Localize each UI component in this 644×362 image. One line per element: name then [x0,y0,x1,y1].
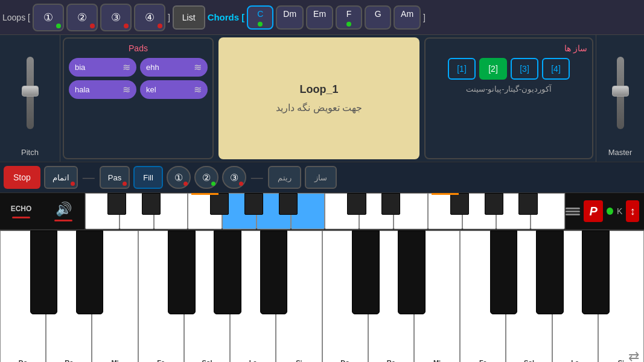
note-label: Mi [415,359,459,362]
vol-section[interactable]: 🔊 [42,193,84,229]
chord-btn-am[interactable]: Am [394,5,421,30]
mini-black-key[interactable] [485,193,503,215]
orange-marker [191,193,218,195]
loop-btn-4[interactable]: ④ [134,4,165,31]
mini-black-key[interactable] [347,193,366,215]
piano-black-key[interactable] [398,230,426,314]
mini-black-key[interactable] [518,193,537,215]
rhythm-button[interactable]: ریتم [268,166,301,189]
p-icon[interactable]: P [584,200,603,222]
piano-black-key[interactable] [490,230,518,314]
saz-panel: ساز ها [1] [2] [3] [4] آکوردیون-گیتار-پی… [424,37,593,159]
middle-section: Pitch Pads bia ≋ ehh ≋ hala ≋ kel ≋ Loop… [0,35,644,162]
piano-black-key[interactable] [582,230,610,314]
mini-black-key[interactable] [210,193,229,215]
piano-black-key[interactable] [260,230,288,314]
chord-btn-f[interactable]: F [336,5,362,30]
master-slider-container [617,40,624,145]
chord-btn-em[interactable]: Em [306,5,333,30]
piano-black-key[interactable] [536,230,564,314]
piano-black-key[interactable] [76,230,104,314]
piano-mini: ECHO 🔊 P K ↕ [0,193,644,230]
saz-btn-2[interactable]: [2] [479,58,507,80]
mini-black-key[interactable] [450,193,469,215]
note-label: La [553,359,598,362]
chords-end: ] [423,13,426,22]
fill-button[interactable]: Fill [133,166,163,189]
arrow-icon[interactable]: ↕ [626,200,639,222]
pitch-panel: Pitch [0,35,60,162]
vol-indicator [54,220,72,221]
pad-btn-hala[interactable]: hala ≋ [69,80,136,99]
pitch-slider-track[interactable] [27,57,34,129]
loop-ctrl-1-dot [183,182,188,186]
control-bar: Stop اتمام — Pas Fill ① ② ③ — ریتم ساز [0,162,644,193]
note-label: Si [276,359,321,362]
pad-btn-ehh[interactable]: ehh ≋ [140,58,208,77]
master-panel: Master [596,35,644,162]
chord-btn-c[interactable]: C [247,5,273,30]
loops-end: ] [168,13,170,22]
note-label: La [231,359,275,362]
loop-4-dot [158,24,162,28]
separator-2: — [250,171,264,185]
k-icon: K [617,206,622,216]
pad-wave-icon: ≋ [123,62,130,73]
loop-ctrl-3[interactable]: ③ [222,166,246,189]
loop-ctrl-1[interactable]: ① [167,166,191,189]
loop-ctrl-2[interactable]: ② [194,166,218,189]
top-bar: Loops [ ① ② ③ ④ ] List Chords [ C Dm Em … [0,0,644,35]
stop-button[interactable]: Stop [4,166,40,189]
loop-1-dot [56,24,61,28]
saz-ctrl-button[interactable]: ساز [305,166,337,189]
piano-black-key[interactable] [168,230,196,314]
piano-black-key[interactable] [352,230,380,314]
loop-ctrl-2-dot [211,182,215,186]
line-2 [566,211,580,212]
pad-btn-bia[interactable]: bia ≋ [69,58,136,77]
note-label: Fa [461,359,505,362]
mini-black-key[interactable] [244,193,263,215]
mini-black-key[interactable] [279,193,298,215]
master-slider-thumb[interactable] [612,86,629,97]
pitch-slider-thumb[interactable] [22,86,39,97]
note-label: Do [1,359,45,362]
mini-black-key[interactable] [142,193,161,215]
saz-btn-1[interactable]: [1] [448,58,476,80]
note-label: Mi [92,359,137,362]
pas-button[interactable]: Pas [100,166,130,189]
list-button[interactable]: List [173,5,205,30]
note-label: Re [46,359,91,362]
etemam-dot [71,182,75,186]
note-label: Sol [185,359,229,362]
pad-wave-icon: ≋ [123,84,130,95]
chord-c-dot [258,22,263,27]
saz-btn-4[interactable]: [4] [542,58,570,80]
loop-2-dot [90,24,95,28]
pitch-slider-container [27,40,34,145]
chord-btn-g[interactable]: G [365,5,391,30]
bottom-icon: ⇄ [628,349,639,362]
speaker-icon: 🔊 [56,202,72,217]
piano-black-key[interactable] [30,230,58,314]
mini-black-key[interactable] [381,193,400,215]
chords-label: Chords [ [208,12,245,22]
etemam-button[interactable]: اتمام [44,166,78,189]
loop-btn-3[interactable]: ③ [100,4,132,31]
pad-wave-icon: ≋ [194,62,202,73]
mini-piano-keys[interactable] [84,193,566,229]
saz-description: آکوردیون-گیتار-پیانو-سینت [430,84,587,94]
echo-indicator [12,217,30,218]
pad-btn-kel[interactable]: kel ≋ [140,80,208,99]
green-indicator [607,208,613,215]
chord-btn-dm[interactable]: Dm [276,5,304,30]
piano-black-key[interactable] [214,230,241,314]
master-slider-track[interactable] [617,57,624,129]
main-piano[interactable]: DoReMiFaSolLaSiDoReMiFaSolLaSi ⇄ [0,230,644,362]
pad-wave-icon: ≋ [194,84,202,95]
saz-btn-3[interactable]: [3] [511,58,538,80]
loop-btn-1[interactable]: ① [33,4,64,31]
loop-btn-2[interactable]: ② [66,4,98,31]
echo-section[interactable]: ECHO [0,193,42,229]
mini-black-key[interactable] [107,193,126,215]
